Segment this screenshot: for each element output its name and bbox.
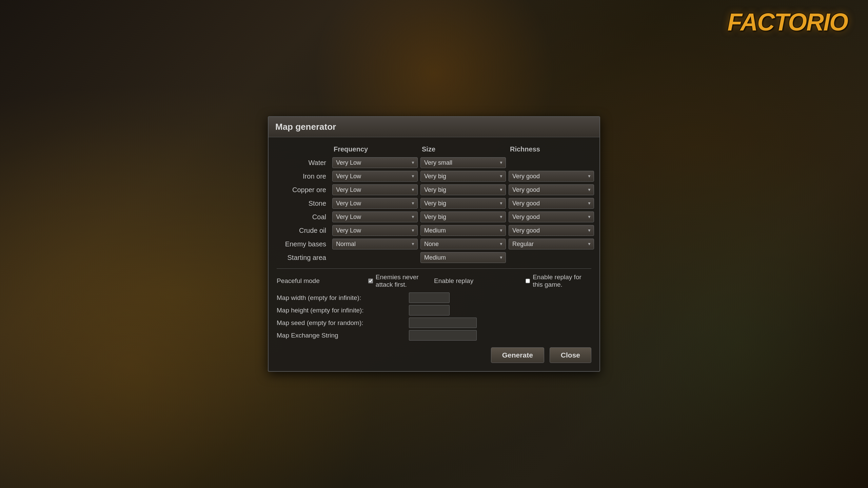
- richness-select-stone[interactable]: Very LowLowNormalHighVery goodVery High: [509, 198, 594, 209]
- frequency-cell-stone: Very LowLowNormalHighVery High: [331, 197, 419, 209]
- richness-cell-stone: Very LowLowNormalHighVery goodVery High: [507, 197, 595, 209]
- size-select-starting-area[interactable]: Very smallSmallMediumBigVery big: [420, 252, 506, 263]
- richness-select-crude-oil[interactable]: Very LowLowNormalHighVery goodVery High: [509, 225, 594, 236]
- resource-label-enemy-bases: Enemy bases: [277, 240, 331, 248]
- resource-row-copper-ore: Copper ore Very LowLowNormalHighVery Hig…: [277, 184, 591, 196]
- frequency-select-copper-ore[interactable]: Very LowLowNormalHighVery High: [332, 184, 418, 195]
- resource-row-water: Water Very LowLowNormalHighVery High Non…: [277, 157, 591, 169]
- map-height-label: Map height (empty for infinite):: [277, 307, 406, 314]
- richness-select-coal[interactable]: Very LowLowNormalHighVery goodVery High: [509, 211, 594, 222]
- enable-replay-checkbox-wrapper: Enable replay for this game.: [526, 273, 591, 288]
- richness-cell-enemy-bases: Very LowLowNormalRegularHighVery High: [507, 238, 595, 250]
- col-header-size: Size: [419, 144, 507, 155]
- frequency-select-coal[interactable]: Very LowLowNormalHighVery High: [332, 211, 418, 222]
- map-height-row: Map height (empty for infinite):: [277, 305, 591, 316]
- resource-label-iron-ore: Iron ore: [277, 172, 331, 180]
- dialog-title-bar: Map generator: [269, 117, 599, 137]
- frequency-select-water[interactable]: Very LowLowNormalHighVery High: [332, 157, 418, 168]
- col-header-richness: Richness: [507, 144, 595, 155]
- close-button[interactable]: Close: [550, 347, 591, 363]
- map-width-row: Map width (empty for infinite):: [277, 292, 591, 303]
- dialog-title: Map generator: [275, 122, 336, 132]
- size-select-enemy-bases[interactable]: NoneVery smallSmallMediumBigVery big: [420, 239, 506, 249]
- size-cell-stone: NoneVery smallSmallMediumBigVery big: [419, 197, 507, 209]
- frequency-cell-starting-area: [331, 257, 419, 258]
- size-cell-water: NoneVery smallSmallMediumBigVery big: [419, 157, 507, 169]
- richness-cell-crude-oil: Very LowLowNormalHighVery goodVery High: [507, 224, 595, 237]
- map-exchange-string-input[interactable]: [409, 330, 477, 341]
- richness-select-iron-ore[interactable]: Very LowLowNormalHighVery goodVery High: [509, 171, 594, 182]
- button-row: Generate Close: [277, 347, 591, 363]
- resource-row-crude-oil: Crude oil Very LowLowNormalHighVery High…: [277, 224, 591, 237]
- size-cell-iron-ore: NoneVery smallSmallMediumBigVery big: [419, 170, 507, 182]
- size-dropdown-wrapper-water: NoneVery smallSmallMediumBigVery big: [420, 157, 506, 168]
- dialog-body: Frequency Size Richness Water Very LowLo…: [269, 137, 599, 371]
- map-width-input[interactable]: [409, 292, 450, 303]
- richness-cell-iron-ore: Very LowLowNormalHighVery goodVery High: [507, 170, 595, 182]
- richness-select-enemy-bases[interactable]: Very LowLowNormalRegularHighVery High: [509, 239, 594, 249]
- richness-cell-copper-ore: Very LowLowNormalHighVery goodVery High: [507, 184, 595, 196]
- resource-row-enemy-bases: Enemy bases Very LowLowNormalHighVery Hi…: [277, 238, 591, 250]
- frequency-cell-enemy-bases: Very LowLowNormalHighVery High: [331, 238, 419, 250]
- size-cell-coal: NoneVery smallSmallMediumBigVery big: [419, 211, 507, 223]
- frequency-cell-copper-ore: Very LowLowNormalHighVery High: [331, 184, 419, 196]
- peaceful-mode-checkbox-label: Enemies never attack first.: [376, 273, 434, 288]
- resource-label-coal: Coal: [277, 213, 331, 221]
- size-cell-enemy-bases: NoneVery smallSmallMediumBigVery big: [419, 238, 507, 250]
- resource-label-crude-oil: Crude oil: [277, 227, 331, 235]
- size-select-water[interactable]: NoneVery smallSmallMediumBigVery big: [420, 157, 506, 168]
- size-cell-copper-ore: NoneVery smallSmallMediumBigVery big: [419, 184, 507, 196]
- section-divider-1: [277, 268, 591, 269]
- size-select-stone[interactable]: NoneVery smallSmallMediumBigVery big: [420, 198, 506, 209]
- options-section: Peaceful mode Enemies never attack first…: [277, 273, 591, 288]
- resource-label-starting-area: Starting area: [277, 254, 331, 262]
- enable-replay-checkbox[interactable]: [526, 278, 530, 284]
- dialog-overlay: Map generator Frequency Size Richness Wa…: [0, 0, 868, 488]
- col-header-label: [277, 144, 331, 155]
- frequency-cell-crude-oil: Very LowLowNormalHighVery High: [331, 224, 419, 237]
- resource-label-stone: Stone: [277, 200, 331, 207]
- enable-replay-row: Enable replay Enable replay for this gam…: [434, 273, 591, 288]
- map-exchange-string-row: Map Exchange String: [277, 330, 591, 341]
- frequency-cell-iron-ore: Very LowLowNormalHighVery High: [331, 170, 419, 182]
- size-cell-crude-oil: NoneVery smallSmallMediumBigVery big: [419, 224, 507, 237]
- peaceful-mode-label: Peaceful mode: [277, 277, 365, 285]
- starting-area-row: Starting area Very smallSmallMediumBigVe…: [277, 251, 591, 264]
- peaceful-mode-row: Peaceful mode Enemies never attack first…: [277, 273, 434, 288]
- frequency-cell-coal: Very LowLowNormalHighVery High: [331, 211, 419, 223]
- map-seed-input[interactable]: [409, 318, 477, 328]
- map-height-input[interactable]: [409, 305, 450, 316]
- size-select-crude-oil[interactable]: NoneVery smallSmallMediumBigVery big: [420, 225, 506, 236]
- enable-replay-checkbox-label: Enable replay for this game.: [533, 273, 591, 288]
- col-header-frequency: Frequency: [331, 144, 419, 155]
- generate-button[interactable]: Generate: [491, 347, 544, 363]
- size-select-iron-ore[interactable]: NoneVery smallSmallMediumBigVery big: [420, 171, 506, 182]
- resource-row-iron-ore: Iron ore Very LowLowNormalHighVery High …: [277, 170, 591, 182]
- frequency-select-enemy-bases[interactable]: Very LowLowNormalHighVery High: [332, 239, 418, 249]
- resource-label-copper-ore: Copper ore: [277, 186, 331, 194]
- map-seed-label: Map seed (empty for random):: [277, 319, 406, 327]
- richness-select-copper-ore[interactable]: Very LowLowNormalHighVery goodVery High: [509, 184, 594, 195]
- resource-row-coal: Coal Very LowLowNormalHighVery High None…: [277, 211, 591, 223]
- frequency-cell-water: Very LowLowNormalHighVery High: [331, 157, 419, 169]
- frequency-select-iron-ore[interactable]: Very LowLowNormalHighVery High: [332, 171, 418, 182]
- richness-cell-coal: Very LowLowNormalHighVery goodVery High: [507, 211, 595, 223]
- peaceful-mode-checkbox[interactable]: [368, 278, 373, 284]
- map-width-label: Map width (empty for infinite):: [277, 294, 406, 302]
- frequency-select-crude-oil[interactable]: Very LowLowNormalHighVery High: [332, 225, 418, 236]
- column-headers: Frequency Size Richness: [277, 144, 591, 155]
- peaceful-mode-checkbox-wrapper: Enemies never attack first.: [368, 273, 434, 288]
- map-exchange-string-label: Map Exchange String: [277, 332, 406, 339]
- frequency-select-stone[interactable]: Very LowLowNormalHighVery High: [332, 198, 418, 209]
- resource-label-water: Water: [277, 159, 331, 167]
- resource-row-stone: Stone Very LowLowNormalHighVery High Non…: [277, 197, 591, 209]
- map-generator-dialog: Map generator Frequency Size Richness Wa…: [268, 116, 600, 372]
- enable-replay-label: Enable replay: [434, 277, 522, 285]
- frequency-dropdown-wrapper-water: Very LowLowNormalHighVery High: [332, 157, 418, 168]
- richness-cell-water: [507, 162, 595, 163]
- map-seed-row: Map seed (empty for random):: [277, 318, 591, 328]
- size-select-copper-ore[interactable]: NoneVery smallSmallMediumBigVery big: [420, 184, 506, 195]
- input-fields-section: Map width (empty for infinite): Map heig…: [277, 292, 591, 341]
- richness-cell-starting-area: [507, 257, 595, 258]
- size-select-coal[interactable]: NoneVery smallSmallMediumBigVery big: [420, 211, 506, 222]
